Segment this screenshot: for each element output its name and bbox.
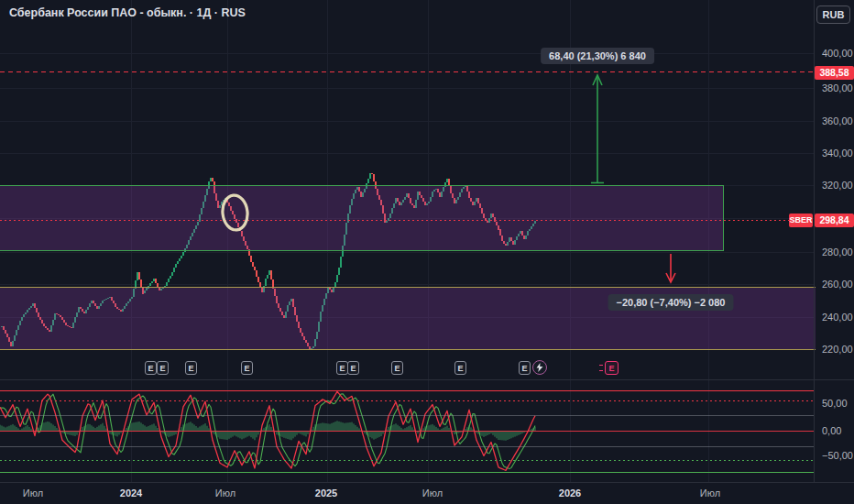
- future-earnings-lines-icon: [599, 365, 603, 371]
- time-axis-tick-label: Июл: [700, 488, 720, 499]
- measured-move-up-label[interactable]: 68,40 (21,30%) 6 840: [541, 48, 654, 64]
- time-axis-tick-label: Июл: [422, 488, 443, 499]
- horizontal-gridline: [0, 252, 814, 253]
- oscillator-band-line: [0, 431, 814, 432]
- oscillator-band-line: [0, 390, 814, 391]
- earnings-badge[interactable]: E: [391, 361, 403, 375]
- price-axis-tick-label: 320,00: [822, 180, 853, 191]
- oscillator-band-line: [0, 415, 814, 416]
- earnings-badge[interactable]: E: [454, 361, 466, 375]
- price-axis-tick-label: 400,00: [822, 48, 853, 59]
- time-axis-tick-label: 2025: [315, 488, 337, 499]
- time-axis[interactable]: Июл2024Июл2025Июл2026Июл: [0, 482, 854, 504]
- price-axis-tick-label: 220,00: [822, 344, 853, 355]
- flash-event-icon[interactable]: [532, 360, 547, 375]
- horizontal-gridline: [0, 121, 814, 122]
- future-earnings-badge[interactable]: E: [605, 361, 619, 375]
- earnings-badge[interactable]: E: [185, 361, 197, 375]
- oscillator-band-line: [0, 472, 814, 473]
- time-axis-tick-label: 2024: [120, 488, 142, 499]
- earnings-badge[interactable]: E: [519, 361, 531, 375]
- price-axis-tick-label: 280,00: [822, 247, 853, 257]
- measured-move-down-label[interactable]: −20,80 (−7,40%) −2 080: [608, 294, 734, 311]
- time-axis-tick-label: Июл: [23, 488, 43, 499]
- oscillator-band-line: [0, 460, 814, 461]
- price-zone-upper[interactable]: [0, 185, 724, 251]
- current-price-dotted-line: [0, 220, 814, 221]
- price-axis-tick-label: −50,00: [822, 450, 853, 461]
- earnings-badge[interactable]: E: [241, 361, 253, 375]
- currency-button[interactable]: RUB: [816, 5, 850, 24]
- horizontal-gridline: [0, 88, 814, 89]
- price-axis-tick-label: 0,00: [822, 425, 841, 436]
- horizontal-gridline: [0, 153, 814, 154]
- oscillator-band-line: [0, 446, 814, 447]
- price-axis-tick-label: 360,00: [822, 115, 853, 126]
- price-axis-tick-label: 240,00: [822, 312, 853, 323]
- time-axis-tick-label: 2026: [559, 488, 581, 499]
- earnings-badge[interactable]: E: [347, 361, 359, 375]
- horizontal-gridline: [0, 284, 814, 285]
- target-arrow-up[interactable]: [591, 75, 604, 183]
- stop-arrow-down[interactable]: [666, 254, 675, 282]
- ticker-badge: SBER: [789, 214, 813, 227]
- last-price-badge: 298,84: [815, 214, 854, 227]
- price-axis-tick-label: 380,00: [822, 82, 853, 93]
- earnings-badge[interactable]: E: [145, 361, 157, 375]
- price-axis-tick-label: 340,00: [822, 148, 853, 159]
- target-price-dashed-line[interactable]: [0, 71, 814, 72]
- target-price-badge: 388,58: [815, 66, 854, 80]
- trading-chart-window: 68,40 (21,30%) 6 840 −20,80 (−7,40%) −2 …: [0, 0, 854, 504]
- pane-divider[interactable]: [0, 379, 854, 380]
- earnings-badge[interactable]: E: [157, 361, 169, 375]
- price-axis-tick-label: 50,00: [822, 398, 848, 409]
- time-axis-tick-label: Июл: [215, 488, 235, 499]
- oscillator-band-line: [0, 400, 814, 401]
- price-axis-tick-label: 260,00: [822, 279, 853, 290]
- horizontal-gridline: [0, 53, 814, 54]
- symbol-title[interactable]: Сбербанк России ПАО - обыкн. · 1Д · RUS: [9, 6, 246, 19]
